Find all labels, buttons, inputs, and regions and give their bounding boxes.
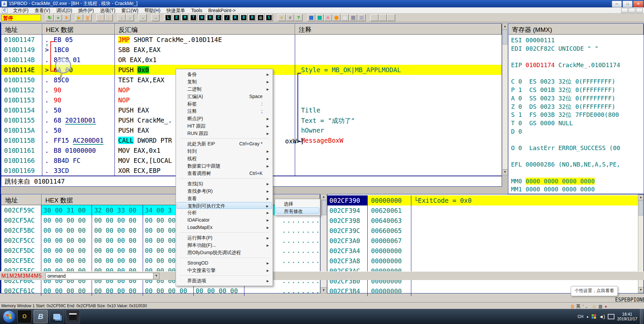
execute-till-return-icon[interactable]: → — [139, 14, 147, 21]
register-line[interactable]: EFL 00000286 (NO,NB,NE,A,S,PE, — [511, 160, 644, 169]
tray-clock[interactable]: 16:41 2019/12/17 — [617, 312, 637, 321]
go-to-icon[interactable]: → — [151, 14, 159, 21]
menu-item-界面选项[interactable]: 界面选项▶ — [177, 277, 272, 284]
menu-item-此处为新-EIP[interactable]: 此处为新 EIPCtrl+Gray * — [177, 140, 272, 147]
register-line[interactable]: P 1 CS 001B 32位 0(FFFFFFFF) — [511, 86, 644, 94]
toolbar-letter-W-button[interactable]: W — [198, 14, 206, 21]
register-line[interactable]: Z 0 DS 0023 32位 0(FFFFFFFF) — [511, 103, 644, 111]
menubar-item-7[interactable]: 帮助(H) — [141, 7, 163, 13]
plugin-blue-icon[interactable] — [307, 14, 315, 21]
toolbar-letter-S-button[interactable]: S — [265, 14, 273, 21]
menubar-item-9[interactable]: Tools — [188, 7, 205, 13]
tray-volume-icon[interactable]: ◄) — [599, 314, 605, 319]
tray-language[interactable]: CH — [578, 314, 583, 319]
menu-item-备份[interactable]: 备份▶ — [177, 71, 272, 78]
stack-row[interactable]: 002CF39800640063 — [327, 216, 644, 226]
blank-button-3[interactable] — [387, 14, 395, 21]
ime-period-icon[interactable]: 。 — [586, 303, 590, 309]
plugin-teal-icon[interactable] — [316, 14, 324, 21]
menu-item-查找-S-[interactable]: 查找(S)▶ — [177, 180, 272, 187]
ime-punct-icon[interactable]: ’ — [583, 304, 584, 309]
close-program-icon[interactable]: « — [54, 14, 62, 21]
register-line[interactable]: MM1 0000 0000 0000 0000 — [511, 185, 644, 194]
menu-item-分析[interactable]: 分析▶ — [177, 209, 272, 216]
plugin-a-icon[interactable]: A — [324, 14, 332, 21]
menu-item-运行脚本-P-[interactable]: 运行脚本(P)▶ — [177, 234, 272, 241]
register-line[interactable]: S 1 FS 003B 32位 7FFDE000(800 — [511, 111, 644, 119]
blank-button-1[interactable] — [370, 14, 378, 21]
register-line[interactable]: D 0 — [511, 128, 644, 136]
dump-header-address[interactable]: 地址 — [1, 194, 42, 205]
scrollbar-thumb[interactable] — [503, 30, 507, 45]
column-header-4[interactable]: 注释 — [295, 24, 502, 35]
disasm-row[interactable]: 010D1147.EB 05JMP SHORT CrackMe_.010D114… — [1, 35, 502, 45]
toolbar-letter-E-button[interactable]: E — [173, 14, 181, 21]
stack-row[interactable]: 002CF3A800000000 — [327, 256, 644, 266]
menu-item-线程[interactable]: 线程▶ — [177, 155, 272, 162]
help-icon[interactable]: ? — [294, 14, 303, 21]
close-button[interactable]: ✕ — [633, 1, 643, 7]
disasm-row[interactable]: 010D114B.83C8 01OR EAX,0x1 — [1, 55, 502, 65]
plugin-grid2-icon[interactable] — [358, 14, 366, 21]
stack-row[interactable]: 002CF39000000000└ExitCode = 0x0 — [327, 195, 644, 205]
register-line[interactable]: O 0 LastErr ERROR_SUCCESS (00 — [511, 144, 644, 152]
menu-item-复制到可执行文件[interactable]: 复制到可执行文件▶ — [177, 202, 272, 209]
register-line[interactable] — [511, 169, 644, 177]
menu-item-脚本功能-F-[interactable]: 脚本功能(F)...▶ — [177, 241, 272, 249]
step-into-icon[interactable]: ↓ — [96, 14, 104, 21]
command-input[interactable]: ommand ▼ — [45, 273, 159, 279]
stack-row[interactable]: 002CF3A000000067 — [327, 236, 644, 246]
register-line[interactable]: ESI 00000111 — [511, 36, 644, 45]
submenu-item-所有修改[interactable]: 所有修改 — [276, 207, 319, 214]
registers-header[interactable]: 寄存器 (MMX) — [508, 24, 644, 35]
toolbar-letter-slash-button[interactable]: / — [223, 14, 231, 21]
child-close-button[interactable] — [636, 8, 643, 13]
menu-item-中文搜索引擎[interactable]: 中文搜索引擎▶ — [177, 267, 272, 274]
menu-item-复制[interactable]: 复制▶ — [177, 78, 272, 85]
register-line[interactable] — [511, 136, 644, 144]
dump-row[interactable]: 002CF61C00 00 00 0000 00 00 0000 00 00 0… — [1, 286, 320, 296]
column-header-2[interactable]: HEX 数据 — [42, 24, 115, 35]
menu-item-二进制[interactable]: 二进制▶ — [177, 85, 272, 93]
submenu-item-选择[interactable]: 选择 — [276, 200, 319, 207]
toolbar-letter-B-button[interactable]: B — [240, 14, 248, 21]
toolbar-letter-L-button[interactable]: L — [164, 14, 172, 21]
register-line[interactable]: C 0 ES 0023 32位 0(FFFFFFFF) — [511, 78, 644, 86]
ime-emoji-icon[interactable]: ☺ — [592, 304, 596, 309]
tray-network-icon[interactable] — [608, 314, 614, 319]
dump-scroll-down-arrow[interactable]: ▼ — [321, 287, 327, 293]
appearance-icon[interactable]: # — [286, 14, 294, 21]
menu-item-查看调用树[interactable]: 查看调用树Ctrl+K — [177, 170, 272, 177]
plugin-gray-icon[interactable] — [341, 14, 349, 21]
stack-row[interactable]: 002CF39400620061 — [327, 205, 644, 216]
toolbar-letter-K-button[interactable]: K — [231, 14, 239, 21]
plugin-orange-icon[interactable] — [332, 14, 340, 21]
start-button[interactable] — [3, 310, 15, 323]
stack-scroll-down-arrow[interactable]: ▼ — [638, 287, 643, 293]
ime-tooltip[interactable]: 个性设置，点我看看 — [571, 286, 618, 296]
child-minimize-button[interactable] — [621, 8, 628, 13]
toolbar-letter-R-button[interactable]: R — [248, 14, 256, 21]
menu-item-RUN-跟踪[interactable]: RUN 跟踪▶ — [177, 130, 272, 137]
plugin-grid1-icon[interactable] — [349, 14, 357, 21]
toolbar-letter-M-button[interactable]: M — [181, 14, 189, 21]
animate-over-icon[interactable]: ↓ — [126, 14, 134, 21]
taskbar-console-icon[interactable] — [66, 310, 80, 323]
register-line[interactable]: T 0 GS 0000 NULL — [511, 119, 644, 128]
restart-icon[interactable]: ↻ — [46, 14, 54, 21]
menubar-item-6[interactable]: 窗口(W) — [119, 7, 142, 13]
register-line[interactable]: EIP 010D1174 CrackMe_.010D1174 — [511, 61, 644, 70]
sogou-logo-icon[interactable]: S — [571, 304, 574, 309]
stack-scrollbar-thumb[interactable] — [639, 201, 643, 216]
register-line[interactable]: EDI 002CF82C UNICODE " " — [511, 45, 644, 53]
menubar-item-3[interactable]: 调试(D) — [53, 7, 75, 13]
ime-mic-icon[interactable]: ● — [604, 304, 607, 309]
command-dropdown-arrow[interactable]: ▼ — [153, 273, 159, 279]
toolbar-letter-▥-button[interactable]: ▥ — [257, 14, 265, 21]
taskbar-ollydbg-icon[interactable]: O — [17, 310, 32, 323]
menu-item-标签[interactable]: 标签: — [177, 100, 272, 107]
show-desktop-button[interactable] — [640, 309, 643, 324]
register-line[interactable] — [511, 152, 644, 161]
disasm-row[interactable]: 010D1149>1BC0SBB EAX,EAX — [1, 45, 502, 55]
menu-item-用OllyDump脱壳调试进程[interactable]: 用OllyDump脱壳调试进程 — [177, 249, 272, 256]
